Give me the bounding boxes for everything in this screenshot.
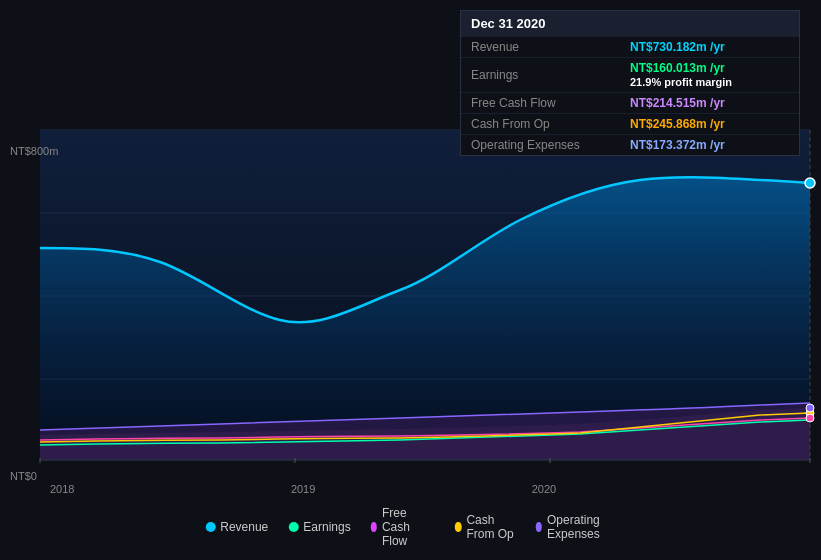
tooltip-value-cashfromop: NT$245.868m /yr [630,117,789,131]
y-axis-top-label: NT$800m [10,145,58,157]
legend-dot-opex [536,522,542,532]
tooltip-row-cashfromop: Cash From Op NT$245.868m /yr [461,113,799,134]
x-label-2019: 2019 [291,483,315,495]
y-axis-bottom-label: NT$0 [10,470,37,482]
chart-legend: Revenue Earnings Free Cash Flow Cash Fro… [205,506,616,548]
legend-item-cashfromop[interactable]: Cash From Op [455,513,516,541]
legend-dot-fcf [371,522,377,532]
svg-point-11 [806,404,814,412]
legend-item-earnings[interactable]: Earnings [288,520,350,534]
x-axis-labels: 2018 2019 2020 end [0,483,821,495]
tooltip-row-earnings: Earnings NT$160.013m /yr 21.9% profit ma… [461,57,799,92]
tooltip-value-earnings: NT$160.013m /yr 21.9% profit margin [630,61,789,89]
tooltip-row-revenue: Revenue NT$730.182m /yr [461,36,799,57]
legend-dot-revenue [205,522,215,532]
tooltip-header: Dec 31 2020 [461,11,799,36]
data-tooltip: Dec 31 2020 Revenue NT$730.182m /yr Earn… [460,10,800,156]
tooltip-row-fcf: Free Cash Flow NT$214.515m /yr [461,92,799,113]
tooltip-value-revenue: NT$730.182m /yr [630,40,789,54]
legend-item-revenue[interactable]: Revenue [205,520,268,534]
legend-label-cashfromop: Cash From Op [466,513,515,541]
tooltip-label-cashfromop: Cash From Op [471,117,630,131]
legend-item-opex[interactable]: Operating Expenses [536,513,616,541]
tooltip-label-opex: Operating Expenses [471,138,630,152]
tooltip-value-fcf: NT$214.515m /yr [630,96,789,110]
legend-label-fcf: Free Cash Flow [382,506,435,548]
tooltip-value-opex: NT$173.372m /yr [630,138,789,152]
legend-label-opex: Operating Expenses [547,513,616,541]
legend-dot-cashfromop [455,522,461,532]
chart-container: NT$800m NT$0 2018 2019 2020 end Dec 31 2… [0,0,821,560]
x-label-2018: 2018 [50,483,74,495]
legend-label-revenue: Revenue [220,520,268,534]
legend-label-earnings: Earnings [303,520,350,534]
x-label-2020: 2020 [532,483,556,495]
tooltip-label-revenue: Revenue [471,40,630,54]
tooltip-row-opex: Operating Expenses NT$173.372m /yr [461,134,799,155]
legend-item-fcf[interactable]: Free Cash Flow [371,506,435,548]
tooltip-label-fcf: Free Cash Flow [471,96,630,110]
svg-point-12 [806,414,814,422]
legend-dot-earnings [288,522,298,532]
tooltip-label-earnings: Earnings [471,68,630,82]
svg-point-9 [805,178,815,188]
